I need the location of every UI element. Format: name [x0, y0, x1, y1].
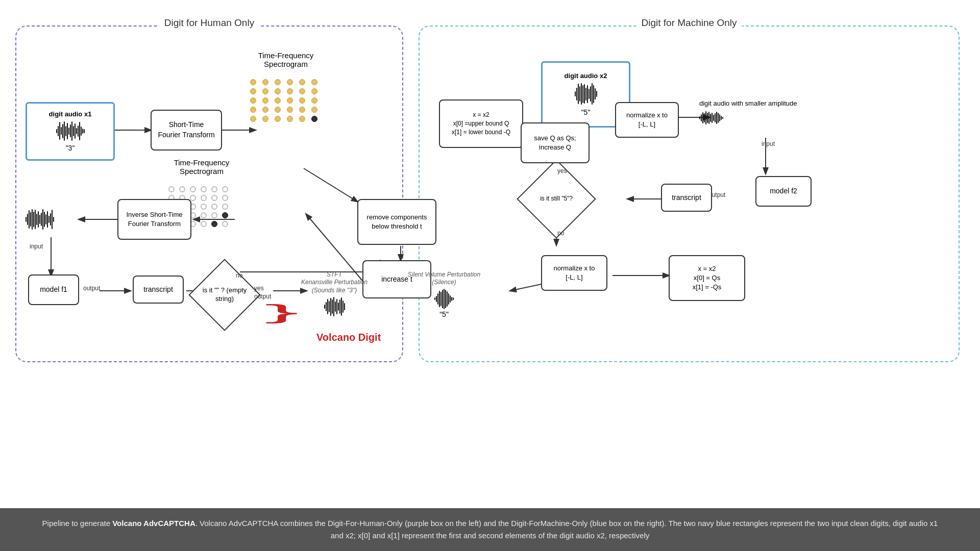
- transcript-right-label: transcript: [672, 193, 701, 203]
- human-region-label: Digit for Human Only: [159, 17, 259, 29]
- transcript-right-box: transcript: [661, 184, 712, 212]
- silent-waveform: [388, 289, 500, 309]
- is-still-5-label: is it still "5"?: [540, 195, 573, 203]
- volcano-digit-label: Volcano Digit: [316, 332, 381, 343]
- machine-region-label: Digit for Machine Only: [636, 17, 742, 29]
- silent-perturbation-area: Silent Volume Perturbation (Silence) "5": [388, 263, 500, 318]
- waveform-x2: [575, 83, 597, 106]
- normalize-top-label: normalize x to [-L, L]: [626, 111, 668, 129]
- digit-audio-smaller-label: digit audio with smaller amplitude: [699, 99, 801, 108]
- transcript-left-box: transcript: [133, 276, 184, 304]
- stft-perturbation-label: STFT Kenansville Perturbation (Sounds li…: [283, 263, 385, 294]
- x-eq-x2-bottom-box: x = x2 x[0] = Qs x[1] = -Qs: [669, 255, 745, 301]
- no-is-empty-label: no: [236, 272, 242, 279]
- model-f1-label: model f1: [40, 285, 67, 295]
- caption-bar: Pipeline to generate Volcano AdvCAPTCHA.…: [0, 508, 980, 551]
- caption-text: Pipeline to generate Volcano AdvCAPTCHA.…: [42, 519, 938, 540]
- digit-audio-x1-label: digit audio x1: [49, 110, 92, 119]
- digit-x2-quote: "5": [581, 108, 591, 118]
- brace-symbol: }: [264, 301, 299, 324]
- output-model-f1-label: output: [83, 285, 100, 292]
- model-f2-box: model f2: [755, 176, 812, 207]
- digit-audio-x2-label: digit audio x2: [565, 71, 607, 81]
- input-left-label: input: [30, 243, 43, 250]
- silent-perturbation-label: Silent Volume Perturbation (Silence): [388, 263, 500, 287]
- is-empty-label: is it "" ? (empty string): [200, 286, 249, 304]
- save-q-box: save Q as Qs; increase Q: [521, 122, 590, 163]
- stft-label: Short-Time Fourier Transform: [158, 120, 214, 140]
- no-is-still-label: no: [557, 230, 564, 237]
- remove-components-box: remove components below threshold t: [357, 199, 436, 245]
- yes-is-empty-label: yes output: [254, 285, 271, 300]
- output-waveform-left: [26, 207, 102, 232]
- digit-audio-x1-box: digit audio x1 "3": [26, 102, 115, 161]
- istft-label: Inverse Short-Time Fourier Transform: [126, 210, 182, 229]
- remove-components-label: remove components below threshold t: [367, 213, 427, 231]
- x-eq-x2-top-box: x = x2 x[0] =upper bound Q x[1] = lower …: [439, 99, 523, 148]
- tf-spectrogram-bottom-label: Time-Frequency Spectrogram: [166, 158, 237, 176]
- save-q-label: save Q as Qs; increase Q: [534, 134, 576, 152]
- model-f2-label: model f2: [770, 186, 797, 196]
- stft-box: Short-Time Fourier Transform: [151, 110, 222, 151]
- istft-box: Inverse Short-Time Fourier Transform: [117, 199, 191, 240]
- normalize-bottom-box: normalize x to [-L, L]: [541, 255, 607, 291]
- normalize-bottom-label: normalize x to [-L, L]: [554, 264, 595, 282]
- model-f1-box: model f1: [28, 274, 79, 305]
- normalize-top-box: normalize x to [-L, L]: [615, 102, 679, 138]
- digit-x1-quote: "3": [66, 143, 75, 154]
- yes-is-still-label: yes: [557, 167, 567, 174]
- transcript-left-label: transcript: [143, 285, 173, 295]
- tf-spectrogram-top-label: Time-Frequency Spectrogram: [250, 51, 322, 68]
- x-eq-x2-top-label: x = x2 x[0] =upper bound Q x[1] = lower …: [452, 111, 510, 136]
- input-right-label: input: [762, 140, 775, 147]
- diagram-area: Digit for Human Only Digit for Machine O…: [0, 0, 980, 508]
- digit-5-label: "5": [388, 310, 500, 318]
- spectrogram-top: [250, 79, 321, 122]
- digit-audio-smaller-box: digit audio with smaller amplitude: [699, 99, 801, 126]
- x-eq-x2-bottom-label: x = x2 x[0] = Qs x[1] = -Qs: [693, 264, 722, 292]
- waveform-smaller: [699, 110, 801, 126]
- waveform-x1: [56, 121, 85, 141]
